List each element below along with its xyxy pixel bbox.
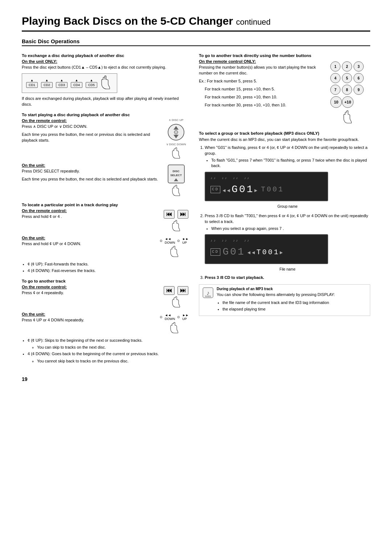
right-column: To go to another track directly using th… — [199, 50, 370, 369]
step-2: Press 3 /8 CD to flash "T001," then pres… — [205, 213, 370, 272]
locate-remote-row: On the remote control: Press and hold ¢ … — [22, 208, 189, 233]
step3-text: Press 3 /8 CD to start playback. — [205, 275, 264, 280]
bullet-no-prev-disc: You cannot skip back to tracks on the pr… — [37, 358, 189, 364]
display-step2: ♪♪ ♪♪ ♪♪ ♪♪ CD G01 ◄◄T001► — [205, 234, 328, 264]
disc-down-label: ∨ DISC DOWN — [166, 143, 186, 146]
disc-icon-7: ♪♪ — [233, 239, 239, 243]
notes-content: During playback of an MP3 track You can … — [217, 287, 367, 313]
exchange-disc-block: To exchange a disc during playback of an… — [22, 53, 189, 107]
disc-select-icon: DISC SELECT — [166, 163, 186, 185]
goto-remote-row: On the remote control: Press ¢ or 4 repe… — [22, 285, 189, 309]
main-content: To exchange a disc during playback of an… — [22, 50, 370, 369]
locate-remote-label: On the remote control: — [22, 208, 160, 213]
number-btn-for20: For track number 20, press +10, then 10. — [205, 94, 325, 100]
on-unit-label: On the unit: — [22, 163, 160, 167]
remote-disc-desc1: Press ∧ DISC UP or ∨ DISC DOWN. — [22, 124, 160, 130]
display-track2: ◄◄T001► — [248, 247, 284, 257]
remote-disc-desc2: Each time you press the button, the next… — [22, 132, 160, 143]
group-name-label: Group name — [205, 204, 370, 210]
step-1: When "G01" is flashing, press ¢ or 4 (or… — [205, 145, 370, 210]
unit-nav-label1: ◄◄ DOWN — [165, 237, 175, 244]
hand-icon-6 — [171, 296, 181, 309]
num-btn-10: 10 — [330, 96, 342, 108]
display-step1: ♪♪ ♪♪ ♪♪ ♪♪ CD ◄◄G01► T001 — [205, 172, 328, 202]
step2-text: Press 3 /8 CD to flash "T001," then pres… — [205, 214, 368, 224]
svg-text:notes: notes — [205, 295, 211, 297]
bullet-skip-prev: 4 (4 DOWN): Goes back to the beginning o… — [28, 351, 189, 364]
numbered-steps: When "G01" is flashing, press ¢ or 4 (or… — [205, 145, 370, 281]
bullet-skip-next-disc: You can skip to tracks on the next disc. — [37, 345, 189, 350]
step1-text: When "G01" is flashing, press ¢ or 4 (or… — [205, 145, 367, 155]
unit-disc-desc2: Each time you press the button, the next… — [22, 176, 160, 182]
exchange-disc-heading: To exchange a disc during playback of an… — [22, 53, 189, 58]
step1-sub: To flash "G01," press 7 when "T001" is f… — [211, 158, 370, 169]
prev-track-btn: ⏮ — [164, 210, 175, 219]
unit-disc-desc1: Press DISC SELECT repeatedly. — [22, 169, 160, 174]
display-step1-container: ♪♪ ♪♪ ♪♪ ♪♪ CD ◄◄G01► T001 — [205, 172, 370, 210]
disc-icon-5: ♪♪ — [211, 239, 217, 243]
bullet-fast-reverse: 4 (4 DOWN): Fast-reverses the tracks. — [28, 268, 189, 273]
display-group2: G01 — [222, 245, 245, 260]
hand-icon-5 — [169, 246, 180, 259]
goto-next-btn: ⏭ — [177, 286, 188, 295]
on-remote-only-label: On the remote control ONLY: — [199, 59, 325, 64]
locate-track-heading: To locate a particular point in a track … — [22, 203, 189, 207]
cd-label-2: CD — [211, 248, 220, 256]
arrow-left-1: ◄◄ — [222, 188, 232, 194]
number-buttons-row: On the remote control ONLY: Pressing the… — [199, 59, 370, 125]
cd5-btn: ▲ CD5 — [86, 78, 97, 88]
number-btn-ex: Ex.: For track number 5, press 5. — [199, 78, 325, 84]
notes-item-0: You can show the following items alterna… — [217, 292, 367, 298]
bullet-skip-next: ¢ (¢ UP): Skips to the beginning of the … — [28, 338, 189, 350]
hand-icon-2 — [171, 147, 181, 160]
goto-unit-label: On the unit: — [22, 312, 156, 316]
disc-icon-6: ♪♪ — [222, 239, 228, 243]
disc-icon-3: ♪♪ — [233, 176, 239, 181]
notes-item-1: the file name of the current track and t… — [222, 300, 367, 305]
num-btn-7: 7 — [330, 85, 340, 95]
section-title: Basic Disc Operations — [22, 38, 370, 46]
number-buttons-heading: To go to another track directly using th… — [199, 53, 370, 58]
arrow-left-2: ◄◄ — [248, 250, 257, 256]
num-btn-5: 5 — [342, 73, 352, 83]
page-number: 19 — [22, 376, 370, 382]
step-3: Press 3 /8 CD to start playback. — [205, 275, 370, 281]
svg-text:DISC: DISC — [172, 170, 179, 173]
display-icons-row1: ♪♪ ♪♪ ♪♪ ♪♪ — [211, 176, 322, 181]
display-icons-row2: ♪♪ ♪♪ ♪♪ ♪♪ — [211, 239, 322, 243]
arrow-right-1: ► — [254, 188, 258, 194]
num-btn-9: 9 — [354, 85, 364, 95]
notes-svg-icon: ♪ notes — [202, 287, 214, 299]
file-name-label: File name — [205, 267, 370, 272]
unit-goto-btns: ⊙ ◄◄ DOWN ⊙ ►► UP — [160, 313, 189, 321]
cd4-btn: ▲ CD4 — [71, 78, 82, 88]
go-to-track-block: To go to another track On the remote con… — [22, 279, 189, 364]
number-btns-grid: 1 2 3 4 5 6 7 8 9 10 +10 — [330, 61, 370, 108]
display-track-text: T001 — [261, 184, 284, 195]
disc-up-down-indicator: ∧ DISC UP ∨ DISC DOWN — [166, 118, 186, 160]
track-goto-btns: ⏮ ⏭ — [164, 286, 188, 295]
left-column: To exchange a disc during playback of an… — [22, 50, 189, 369]
hand-icon — [99, 75, 114, 91]
goto-prev-btn: ⏮ — [164, 286, 175, 295]
remote-disc-select-row: On the remote control: Press ∧ DISC UP o… — [22, 118, 189, 160]
locate-bullets: ¢ (¢ UP): Fast-forwards the tracks. 4 (4… — [28, 261, 189, 274]
title-text: Playing Back Discs on the 5-CD Changer — [22, 15, 233, 27]
cd3-btn: ▲ CD3 — [56, 78, 68, 88]
start-playing-block: To start playing a disc during playback … — [22, 113, 189, 198]
num-btn-6: 6 — [354, 73, 364, 83]
goto-unit-desc: Press ¢ UP or 4 DOWN repeatedly. — [22, 317, 156, 323]
disc-eject-buttons: ▲ CD1 ▲ CD2 ▲ CD3 ▲ CD4 ▲ CD5 — [22, 73, 117, 93]
disc-icon-1: ♪♪ — [211, 176, 217, 181]
number-btn-for30: For track number 30, press +10, +10, the… — [205, 102, 325, 108]
hand-icon-8 — [341, 110, 354, 125]
bullet-fast-forward: ¢ (¢ UP): Fast-forwards the tracks. — [28, 261, 189, 267]
locate-track-block: To locate a particular point in a track … — [22, 203, 189, 274]
unit-disc-select-row: On the unit: Press DISC SELECT repeatedl… — [22, 163, 189, 198]
unit-goto-btn2: ⊙ — [177, 315, 180, 319]
unit-nav-btn2: ⊙ — [177, 239, 180, 243]
disc-up-label: ∧ DISC UP — [169, 118, 184, 122]
goto-bullets: ¢ (¢ UP): Skips to the beginning of the … — [28, 338, 189, 364]
number-buttons-block: To go to another track directly using th… — [199, 53, 370, 125]
continued-label: continued — [236, 17, 270, 27]
